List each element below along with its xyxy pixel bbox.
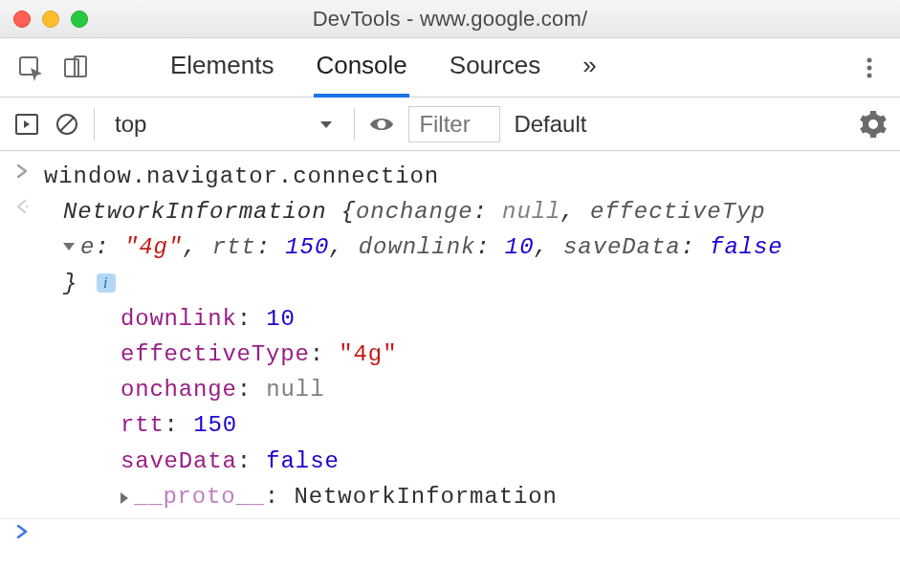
devtools-tabstrip: Elements Console Sources » [0,38,900,98]
tab-console[interactable]: Console [314,37,408,98]
window-controls [13,11,88,28]
expand-proto-toggle[interactable] [121,492,128,504]
clear-console-icon[interactable] [54,111,80,138]
svg-point-9 [378,120,386,128]
tabs-overflow[interactable]: » [581,37,598,98]
console-output-row: NetworkInformation {onchange: null, effe… [0,194,900,514]
console-output-summary[interactable]: NetworkInformation {onchange: null, effe… [44,194,900,514]
prop-rtt[interactable]: rtt: 150 [121,407,887,443]
maximize-window-button[interactable] [71,11,88,28]
console-settings-gear-icon[interactable] [860,111,887,138]
svg-point-3 [867,57,872,62]
console-input-text[interactable]: window.navigator.connection [44,159,900,194]
info-badge-icon[interactable]: i [97,273,116,293]
window-titlebar: DevTools - www.google.com/ [0,0,900,38]
prop-downlink[interactable]: downlink: 10 [121,301,887,337]
console-input-row: window.navigator.connection [0,159,900,194]
tab-sources[interactable]: Sources [448,37,542,98]
svg-rect-1 [65,59,78,76]
execution-context-select[interactable]: top [108,108,340,141]
prop-proto[interactable]: __proto__: NetworkInformation [121,479,887,514]
console-prompt-input[interactable] [44,519,900,555]
live-expression-eye-icon[interactable] [368,111,395,138]
expand-object-toggle[interactable] [63,243,75,250]
svg-point-10 [26,206,28,207]
prompt-chevron-icon [0,519,44,555]
console-prompt-row[interactable] [0,519,900,555]
toolbar-divider [354,108,355,141]
svg-point-4 [867,65,872,70]
console-toolbar: top Default [0,98,900,151]
device-toolbar-icon[interactable] [63,54,90,81]
svg-line-8 [60,118,74,131]
prop-save-data[interactable]: saveData: false [121,444,887,479]
kebab-menu-icon[interactable] [856,54,883,81]
console-filter-input[interactable] [408,106,500,142]
window-title: DevTools - www.google.com/ [0,7,900,32]
object-class-name: NetworkInformation [63,199,326,225]
console-log-area: window.navigator.connection NetworkInfor… [0,151,900,555]
prop-effective-type[interactable]: effectiveType: "4g" [121,337,887,372]
output-chevron-icon [0,194,44,514]
log-level-select[interactable]: Default [514,111,586,138]
svg-point-5 [867,73,872,77]
input-chevron-icon [0,159,44,194]
execution-context-label: top [115,111,146,138]
inspect-element-icon[interactable] [17,54,44,81]
toolbar-divider [94,108,95,141]
minimize-window-button[interactable] [42,11,59,28]
dropdown-caret-icon [318,111,334,138]
close-window-button[interactable] [13,11,31,28]
tab-elements[interactable]: Elements [168,37,275,98]
prop-onchange[interactable]: onchange: null [121,372,887,407]
console-sidebar-toggle-icon[interactable] [13,111,40,138]
object-properties: downlink: 10 effectiveType: "4g" onchang… [63,301,887,514]
